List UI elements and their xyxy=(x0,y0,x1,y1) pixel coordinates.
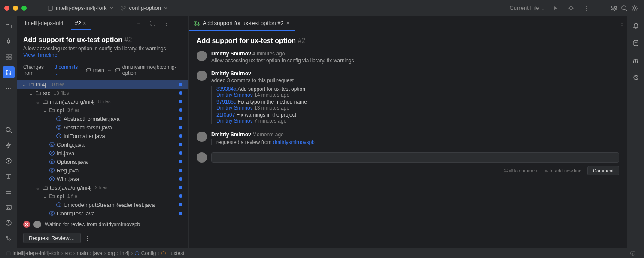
pull-request-icon xyxy=(194,20,200,26)
tree-file[interactable]: CAbstractFormatter.java xyxy=(17,114,188,123)
project-selector[interactable]: intellij-deps-ini4j-fork xyxy=(44,3,117,13)
settings-icon[interactable] xyxy=(629,3,640,13)
actions-icon[interactable] xyxy=(3,139,15,151)
review-status: Waiting for review from dmitriysmirnovsp… xyxy=(23,221,182,228)
minimize-pane-icon[interactable]: — xyxy=(175,18,185,29)
file-count: 10 files xyxy=(49,82,64,87)
more-icon[interactable]: ⋮ xyxy=(82,233,92,243)
commit-view-icon[interactable] xyxy=(3,35,15,47)
run-config-selector[interactable]: Current File ⌄ xyxy=(510,5,545,11)
base-branch: main xyxy=(93,67,104,73)
timeline-item: Dmitriy Smirnov Moments agorequested a r… xyxy=(197,132,619,145)
bookmarks-icon[interactable] xyxy=(3,186,15,198)
services-icon[interactable] xyxy=(3,155,15,167)
zoom-window-icon[interactable] xyxy=(21,6,27,11)
close-tab-icon[interactable]: × xyxy=(83,20,86,26)
svg-point-22 xyxy=(9,239,11,240)
tree-file[interactable]: CIni.java xyxy=(17,149,188,157)
shortcut-hint: ⌘⏎ to comment xyxy=(504,168,539,174)
tree-file[interactable]: CIniFormatter.java xyxy=(17,132,188,140)
commit-author[interactable]: Dmitriy Smirnov xyxy=(216,92,253,98)
modified-indicator xyxy=(179,160,182,163)
problems-icon[interactable] xyxy=(3,217,15,229)
commit-sha[interactable]: 979165c xyxy=(216,99,236,105)
terminal-icon[interactable] xyxy=(3,201,15,213)
svg-text:C: C xyxy=(51,152,53,155)
maven-icon[interactable]: m xyxy=(630,54,642,66)
branch-icon xyxy=(121,5,127,11)
tree-file[interactable]: CConfig.java xyxy=(17,140,188,149)
more-actions-icon[interactable]: ⋮ xyxy=(581,3,592,13)
commit-author[interactable]: Dmitriy Smirnov xyxy=(216,105,253,111)
tree-folder[interactable]: ⌄test/java/org/ini4j2 files xyxy=(17,183,188,192)
user-avatar xyxy=(197,132,207,142)
debug-icon[interactable] xyxy=(566,3,576,13)
structure-icon[interactable] xyxy=(3,51,15,63)
commit-sha[interactable]: 21f0a07 xyxy=(216,112,235,118)
modified-indicator xyxy=(179,83,182,86)
svg-point-21 xyxy=(6,236,8,238)
tree-file[interactable]: COptions.java xyxy=(17,157,188,166)
project-view-icon[interactable] xyxy=(3,20,15,32)
reviewer-avatar xyxy=(33,221,41,228)
file-count: 8 files xyxy=(98,99,111,104)
request-review-button[interactable]: Request Review… xyxy=(23,233,81,243)
tree-file[interactable]: CConfigTest.java xyxy=(17,209,188,216)
branch-selector[interactable]: config-option xyxy=(117,3,171,13)
minimize-window-icon[interactable] xyxy=(13,6,18,11)
commit-sha[interactable]: 839384a xyxy=(216,86,237,92)
coverage-icon[interactable] xyxy=(630,71,642,83)
collaborate-icon[interactable] xyxy=(609,3,619,13)
commit-row[interactable]: 979165c Fix a typo in the method nameDmi… xyxy=(216,99,619,111)
pr-editor-tab[interactable]: Add support for ux-test option #2 × xyxy=(189,16,295,31)
svg-text:C: C xyxy=(51,212,53,215)
svg-point-16 xyxy=(9,73,11,75)
modified-indicator xyxy=(179,143,182,146)
tree-file[interactable]: CWini.java xyxy=(17,175,188,183)
comment-button[interactable]: Comment xyxy=(587,166,619,175)
close-tab-icon[interactable]: × xyxy=(286,20,290,26)
search-icon[interactable] xyxy=(619,3,629,13)
tree-folder[interactable]: ⌄spi3 files xyxy=(17,106,188,114)
run-config-area: Current File ⌄ ⋮ xyxy=(510,3,592,13)
comment-input[interactable] xyxy=(211,152,619,163)
database-icon[interactable] xyxy=(630,37,642,49)
tree-folder[interactable]: ⌄src10 files xyxy=(17,89,188,97)
node-label: ini4j xyxy=(36,81,46,88)
commit-row[interactable]: 839384a Add support for ux-test optionDm… xyxy=(216,86,619,98)
close-window-icon[interactable] xyxy=(4,6,9,11)
changed-files-tree[interactable]: ⌄ini4j10 files⌄src10 files⌄main/java/org… xyxy=(17,79,188,216)
more-tools-icon[interactable]: ⋯ xyxy=(3,82,15,94)
pane-tabs: intellij-deps-ini4j #2× ＋ ⛶ ⋮ — xyxy=(17,16,188,31)
find-icon[interactable] xyxy=(3,124,15,136)
changes-from-bar: Changes from 3 commits ⌄ 🏷 main ← 🏷 dmit… xyxy=(17,61,188,79)
reviewer-link[interactable]: dmitriysmirnovspb xyxy=(273,139,315,145)
typography-icon[interactable] xyxy=(3,170,15,182)
tab-repo-root[interactable]: intellij-deps-ini4j xyxy=(21,17,69,30)
tree-file[interactable]: CAbstractParser.java xyxy=(17,123,188,132)
commit-row[interactable]: 21f0a07 Fix warnings in the projectDmitr… xyxy=(216,112,619,124)
status-info-icon[interactable] xyxy=(628,248,638,258)
svg-point-14 xyxy=(6,70,8,71)
commit-author[interactable]: Dmitriy Smirnov xyxy=(216,118,253,124)
tree-file[interactable]: CReg.java xyxy=(17,166,188,175)
arrow-left-icon: ← xyxy=(107,67,112,73)
expand-icon[interactable]: ⛶ xyxy=(147,18,158,29)
tree-folder[interactable]: ⌄ini4j10 files xyxy=(17,80,188,89)
commits-dropdown[interactable]: 3 commits ⌄ xyxy=(55,64,80,76)
add-icon[interactable]: ＋ xyxy=(134,18,144,29)
breadcrumb[interactable]: intellij-deps-ini4j-fork›src›main›java›o… xyxy=(6,250,185,256)
tree-folder[interactable]: ⌄spi1 file xyxy=(17,192,188,200)
tab-menu-icon[interactable]: ⋮ xyxy=(617,18,627,29)
run-icon[interactable] xyxy=(550,3,561,13)
tab-pr-number[interactable]: #2× xyxy=(71,17,91,30)
menu-icon[interactable]: ⋮ xyxy=(161,18,171,29)
tree-file[interactable]: CUnicodeInputStreamReaderTest.java xyxy=(17,200,188,209)
svg-point-7 xyxy=(622,6,626,10)
head-branch: dmitriysmirnovjb:config-option xyxy=(122,64,182,76)
pull-requests-icon[interactable] xyxy=(3,66,15,78)
tree-folder[interactable]: ⌄main/java/org/ini4j8 files xyxy=(17,97,188,106)
vcs-icon[interactable] xyxy=(3,232,15,244)
view-timeline-link[interactable]: View Timeline xyxy=(23,52,182,58)
notifications-icon[interactable] xyxy=(630,20,642,32)
